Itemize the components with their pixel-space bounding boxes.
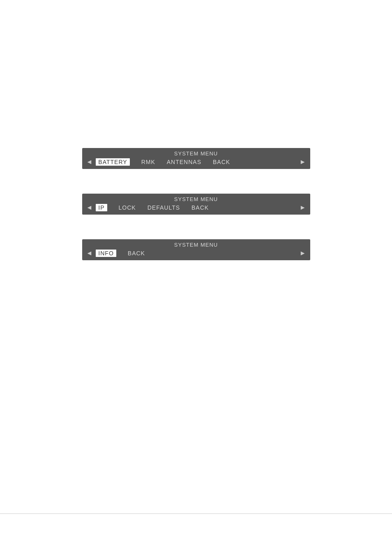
menu-bars-area: SYSTEM MENU ◄ BATTERY RMK ANTENNAS BACK … [82, 148, 310, 260]
menu-bar-1-right-arrow[interactable]: ► [300, 158, 306, 166]
menu-item-battery[interactable]: BATTERY [96, 158, 129, 166]
menu-item-back-2[interactable]: BACK [191, 204, 209, 211]
menu-bar-3-title: SYSTEM MENU [86, 242, 306, 248]
menu-bar-3: SYSTEM MENU ◄ INFO BACK ► [82, 239, 310, 260]
horizontal-rule [0, 513, 392, 514]
menu-item-info[interactable]: INFO [96, 250, 116, 257]
menu-item-lock[interactable]: LOCK [119, 204, 136, 211]
menu-bar-1-items-row: BATTERY RMK ANTENNAS BACK [96, 158, 299, 166]
menu-bar-3-items: ◄ INFO BACK ► [86, 250, 306, 257]
menu-item-antennas[interactable]: ANTENNAS [167, 159, 201, 165]
menu-bar-3-right-arrow[interactable]: ► [300, 250, 306, 257]
menu-item-rmk[interactable]: RMK [141, 159, 155, 165]
menu-bar-3-left-arrow[interactable]: ◄ [86, 250, 93, 257]
menu-bar-1: SYSTEM MENU ◄ BATTERY RMK ANTENNAS BACK … [82, 148, 310, 169]
menu-bar-3-items-row: INFO BACK [96, 250, 299, 257]
menu-bar-1-left-arrow[interactable]: ◄ [86, 158, 93, 166]
menu-bar-1-title: SYSTEM MENU [86, 150, 306, 157]
menu-item-ip[interactable]: IP [96, 204, 107, 211]
page-container: SYSTEM MENU ◄ BATTERY RMK ANTENNAS BACK … [0, 0, 392, 555]
menu-item-defaults[interactable]: DEFAULTS [148, 204, 180, 211]
menu-item-back-3[interactable]: BACK [128, 250, 145, 257]
menu-bar-2: SYSTEM MENU ◄ IP LOCK DEFAULTS BACK ► [82, 194, 310, 215]
menu-bar-2-items-row: IP LOCK DEFAULTS BACK [96, 204, 299, 211]
menu-item-back-1[interactable]: BACK [213, 159, 230, 165]
menu-bar-2-right-arrow[interactable]: ► [300, 204, 306, 211]
menu-bar-2-left-arrow[interactable]: ◄ [86, 204, 93, 211]
menu-bar-1-items: ◄ BATTERY RMK ANTENNAS BACK ► [86, 158, 306, 166]
menu-bar-2-title: SYSTEM MENU [86, 196, 306, 202]
menu-bar-2-items: ◄ IP LOCK DEFAULTS BACK ► [86, 204, 306, 211]
